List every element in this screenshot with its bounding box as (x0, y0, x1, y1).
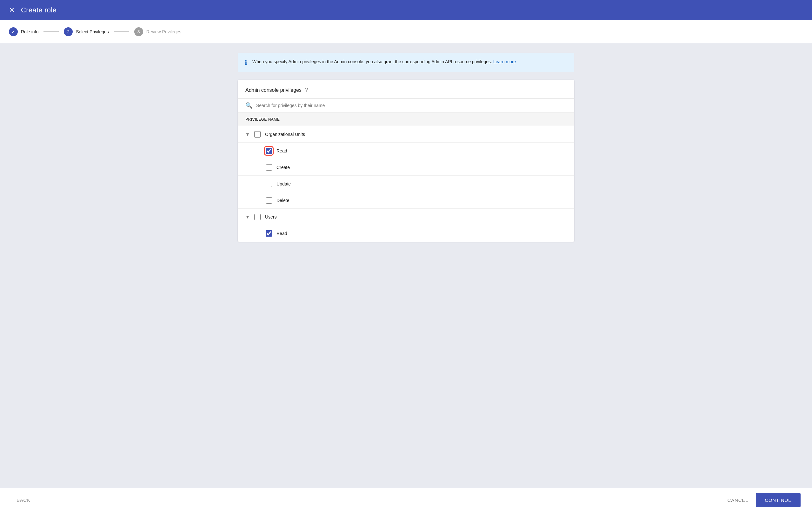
checkbox-wrap-org-delete (266, 197, 272, 204)
footer: BACK CANCEL CONTINUE (0, 488, 812, 512)
checkbox-users[interactable] (254, 214, 261, 220)
step-select-privileges: 2 Select Privileges (64, 27, 109, 36)
checkbox-wrap-org-units (254, 131, 261, 137)
checkbox-wrap-users (254, 214, 261, 220)
privilege-name-org-read: Read (277, 148, 287, 154)
dialog-title: Create role (21, 6, 57, 14)
checkbox-users-read[interactable] (266, 230, 272, 237)
close-icon[interactable]: ✕ (9, 7, 14, 14)
checkbox-org-read[interactable] (266, 148, 272, 154)
privilege-row-users-read: Read (238, 225, 574, 242)
card-title: Admin console privileges (245, 87, 301, 93)
table-header: Privilege Name (238, 112, 574, 126)
back-button[interactable]: BACK (11, 494, 35, 506)
privilege-name-org-delete: Delete (277, 198, 289, 203)
step-review-privileges: 3 Review Privileges (134, 27, 181, 36)
step-connector-1 (44, 31, 59, 32)
step-2-circle: 2 (64, 27, 73, 36)
dialog-header: ✕ Create role (0, 0, 812, 20)
column-header-privilege-name: Privilege Name (245, 117, 280, 122)
footer-right: CANCEL CONTINUE (723, 493, 801, 507)
privilege-row-org-delete: Delete (238, 192, 574, 209)
privilege-name-users: Users (265, 214, 277, 219)
search-input[interactable] (256, 103, 567, 108)
step-role-info: ✓ Role info (9, 27, 38, 36)
privilege-row-org-update: Update (238, 176, 574, 192)
checkbox-wrap-org-update (266, 181, 272, 187)
card-header: Admin console privileges ? (238, 80, 574, 99)
learn-more-link[interactable]: Learn more (493, 59, 516, 64)
checkbox-org-delete[interactable] (266, 197, 272, 204)
step-3-label: Review Privileges (146, 29, 181, 34)
stepper: ✓ Role info 2 Select Privileges 3 Review… (0, 20, 812, 43)
privilege-row-org-create: Create (238, 159, 574, 176)
privilege-row-org-units: ▼ Organizational Units (238, 126, 574, 143)
checkbox-org-units[interactable] (254, 131, 261, 137)
info-icon: ℹ (245, 59, 247, 66)
info-banner: ℹ When you specify Admin privileges in t… (238, 53, 574, 72)
checkbox-wrap-org-create (266, 164, 272, 170)
content-area: ℹ When you specify Admin privileges in t… (0, 43, 812, 488)
main-content: ℹ When you specify Admin privileges in t… (0, 43, 812, 512)
content-inner: ℹ When you specify Admin privileges in t… (238, 53, 574, 478)
privilege-name-org-create: Create (277, 165, 290, 170)
continue-button[interactable]: CONTINUE (756, 493, 801, 507)
expand-icon-org-units[interactable]: ▼ (245, 132, 251, 137)
step-1-label: Role info (21, 29, 38, 34)
privilege-name-org-units: Organizational Units (265, 132, 305, 137)
step-2-label: Select Privileges (76, 29, 109, 34)
step-3-circle: 3 (134, 27, 143, 36)
cancel-button[interactable]: CANCEL (723, 494, 754, 506)
info-text: When you specify Admin privileges in the… (252, 58, 516, 65)
step-1-circle: ✓ (9, 27, 18, 36)
footer-left: BACK (11, 494, 35, 506)
privilege-row-users: ▼ Users (238, 209, 574, 225)
checkbox-wrap-org-read (266, 148, 272, 154)
help-icon[interactable]: ? (305, 87, 308, 93)
checkbox-org-create[interactable] (266, 164, 272, 170)
privilege-row-org-read: Read (238, 143, 574, 159)
search-icon: 🔍 (245, 102, 252, 109)
step-connector-2 (114, 31, 129, 32)
privilege-name-org-update: Update (277, 181, 291, 186)
search-bar: 🔍 (238, 99, 574, 112)
expand-icon-users[interactable]: ▼ (245, 214, 251, 219)
privilege-name-users-read: Read (277, 231, 287, 236)
privileges-card: Admin console privileges ? 🔍 Privilege N… (238, 80, 574, 242)
checkbox-org-update[interactable] (266, 181, 272, 187)
checkbox-wrap-users-read (266, 230, 272, 237)
